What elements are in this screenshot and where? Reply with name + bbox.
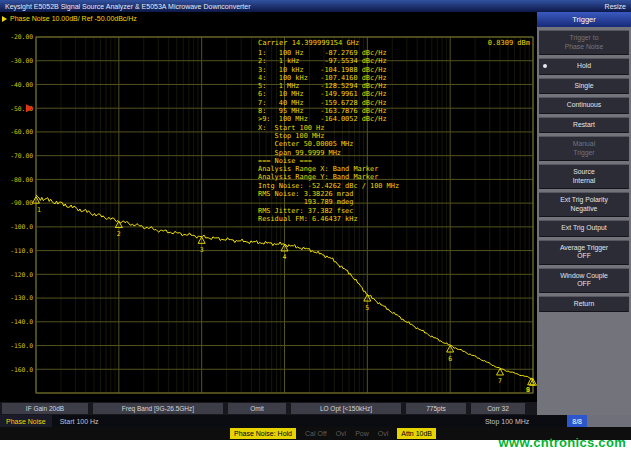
softkey-ext-trig-polarity-negative[interactable]: Ext Trig PolarityNegative: [539, 192, 629, 217]
softkey-window-couple-off[interactable]: Window CoupleOFF: [539, 268, 629, 293]
svg-text:-150.0: -150.0: [10, 342, 33, 349]
watermark: www.cntronics.com: [499, 435, 626, 450]
status-phase-noise-hold: Phase Noise: Hold: [230, 428, 296, 439]
svg-text:-100.0: -100.0: [10, 223, 33, 230]
status-cal-off: Cal Off: [305, 430, 327, 437]
softkey-manual-trigger: ManualTrigger: [539, 136, 629, 161]
softkey-single[interactable]: Single: [539, 78, 629, 95]
status-attn-10db: Attn 10dB: [397, 428, 436, 439]
svg-text:-80.00: -80.00: [10, 176, 33, 183]
svg-text:-160.0: -160.0: [10, 366, 33, 373]
annotation-bar: IF Gain 20dBFreq Band [9G-26.5GHz]OmitLO…: [0, 402, 537, 415]
softkey-continuous[interactable]: Continuous: [539, 97, 629, 114]
readout-line: Analysis Range X: Band Marker: [258, 165, 399, 173]
softkey-label: Hold: [540, 62, 628, 71]
readout-line: 1: 100 Hz -87.2769 dBc/Hz: [258, 49, 399, 57]
softkey-average-trigger-off[interactable]: Average TriggerOFF: [539, 240, 629, 265]
svg-text:-140.0: -140.0: [10, 318, 33, 325]
readout-line: RMS Noise: 3.38226 mrad: [258, 190, 399, 198]
trace-marker-icon: [2, 16, 7, 22]
readout-line: 8: 95 MHz -163.7876 dBc/Hz: [258, 107, 399, 115]
softkey-label: Average Trigger: [540, 244, 628, 253]
annotation-corr-32: Corr 32: [471, 403, 525, 414]
softkey-hold[interactable]: Hold: [539, 58, 629, 75]
svg-text:-90.00: -90.00: [10, 199, 33, 206]
softkey-page-indicator: 8/8: [567, 415, 587, 427]
softkey-label: Internal: [540, 177, 628, 186]
marker-number-label: 5: [365, 304, 369, 312]
softkey-panel: Trigger Trigger toPhase NoiseHoldSingleC…: [537, 12, 631, 415]
readout-line: 193.789 mdeg: [258, 198, 399, 206]
carrier-power: 0.8309 dBm: [488, 39, 530, 47]
readout-line: 2: 1 kHz -97.5534 dBc/Hz: [258, 57, 399, 65]
y-axis-labels: -20.00-30.00-40.00-50.00-60.00-70.00-80.…: [10, 33, 33, 372]
svg-text:-130.0: -130.0: [10, 294, 33, 301]
annotation-lo-opt-150khz: LO Opt [<150kHz]: [291, 403, 401, 414]
annotation-freq-band-9g-26-5ghz: Freq Band [9G-26.5GHz]: [93, 403, 223, 414]
svg-text:-40.00: -40.00: [10, 81, 33, 88]
readout-line: RMS Jitter: 37.382 fsec: [258, 207, 399, 215]
readout-line: Residual FM: 6.46437 kHz: [258, 215, 399, 223]
softkey-label: Ext Trig Output: [540, 224, 628, 233]
panel-footer: [587, 415, 631, 427]
selected-dot-icon: [543, 64, 547, 68]
marker-number-label: 7: [498, 377, 502, 385]
annotation-omit: Omit: [228, 403, 286, 414]
carrier-readout: Carrier 14.399999154 GHz 0.8309 dBm: [258, 39, 530, 47]
readout-line: Stop 100 MHz: [258, 132, 399, 140]
marker-number-label: 9: [526, 386, 530, 394]
softkey-restart[interactable]: Restart: [539, 117, 629, 134]
marker-number-label: 3: [200, 246, 204, 254]
softkey-label: Manual: [540, 140, 628, 149]
readout-line: Analysis Range Y: Band Marker: [258, 173, 399, 181]
svg-text:-20.00: -20.00: [10, 33, 33, 40]
trace-tab-phase-noise[interactable]: Phase Noise: [0, 415, 52, 427]
softkey-source-internal[interactable]: SourceInternal: [539, 164, 629, 189]
softkey-label: OFF: [540, 252, 628, 261]
readout-line: Intg Noise: -52.4262 dBc / 100 MHz: [258, 182, 399, 190]
plot-column: Phase Noise 10.00dB/ Ref -50.00dBc/Hz -2…: [0, 12, 537, 415]
softkey-label: Source: [540, 168, 628, 177]
marker-number-label: 4: [283, 253, 287, 261]
resize-button[interactable]: Resize: [605, 3, 626, 10]
trace-header: Phase Noise 10.00dB/ Ref -50.00dBc/Hz: [0, 12, 537, 25]
readout-line: >9: 100 MHz -164.0052 dBc/Hz: [258, 115, 399, 123]
readout-line: X: Start 100 Hz: [258, 124, 399, 132]
readout-line: 6: 10 MHz -149.9961 dBc/Hz: [258, 90, 399, 98]
readout-line: 7: 40 MHz -159.6728 dBc/Hz: [258, 99, 399, 107]
annotation-if-gain-20db: IF Gain 20dB: [2, 403, 88, 414]
svg-text:-120.0: -120.0: [10, 271, 33, 278]
marker-number-label: 1: [37, 206, 41, 214]
status-ovl: Ovl: [336, 430, 347, 437]
softkey-label: OFF: [540, 280, 628, 289]
softkey-ext-trig-output[interactable]: Ext Trig Output: [539, 220, 629, 237]
titlebar: Keysight E5052B Signal Source Analyzer &…: [0, 0, 631, 12]
softkey-label: Phase Noise: [540, 43, 628, 52]
readout-line: Span 99.9999 MHz: [258, 149, 399, 157]
marker-number-label: 6: [448, 355, 452, 363]
marker-number-label: 2: [117, 230, 121, 238]
readout-line: 3: 10 kHz -104.1988 dBc/Hz: [258, 66, 399, 74]
readout-line: Center 50.00005 MHz: [258, 140, 399, 148]
softkey-label: Continuous: [540, 101, 628, 110]
side-panel-buttons: Trigger toPhase NoiseHoldSingleContinuou…: [537, 27, 631, 315]
softkey-label: Ext Trig Polarity: [540, 196, 628, 205]
softkey-label: Trigger to: [540, 34, 628, 43]
readout-line: 4: 100 kHz -107.4160 dBc/Hz: [258, 74, 399, 82]
plot-area: -20.00-30.00-40.00-50.00-60.00-70.00-80.…: [0, 25, 537, 402]
softkey-label: Restart: [540, 121, 628, 130]
start-frequency-label: Start 100 Hz: [60, 418, 99, 425]
svg-text:-30.00: -30.00: [10, 57, 33, 64]
marker-readout-block: 1: 100 Hz -87.2769 dBc/Hz2: 1 kHz -97.55…: [258, 49, 399, 223]
readout-line: === Noise ===: [258, 157, 399, 165]
trace-scale-label: Phase Noise 10.00dB/ Ref -50.00dBc/Hz: [10, 15, 137, 22]
softkey-label: Single: [540, 82, 628, 91]
softkey-label: Negative: [540, 205, 628, 214]
softkey-menu-title: Trigger: [537, 12, 631, 27]
softkey-return[interactable]: Return: [539, 296, 629, 313]
svg-text:-70.00: -70.00: [10, 152, 33, 159]
carrier-frequency: Carrier 14.399999154 GHz: [258, 39, 359, 47]
sweep-range-bar: Phase Noise Start 100 Hz Stop 100 MHz 8/…: [0, 415, 631, 427]
softkey-trigger-to-phase-noise: Trigger toPhase Noise: [539, 30, 629, 55]
status-pow: Pow: [355, 430, 369, 437]
